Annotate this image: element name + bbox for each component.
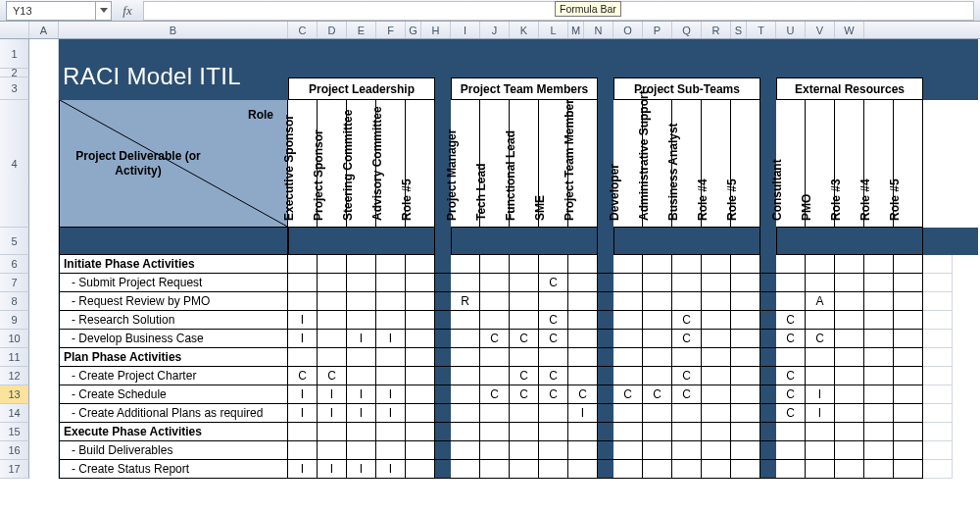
- col-header-S[interactable]: S: [731, 22, 747, 38]
- raci-cell[interactable]: [318, 255, 347, 274]
- raci-cell[interactable]: [376, 441, 406, 460]
- raci-cell[interactable]: [406, 404, 435, 423]
- raci-cell[interactable]: [451, 441, 480, 460]
- raci-cell[interactable]: C: [776, 367, 806, 385]
- raci-cell[interactable]: [480, 441, 510, 460]
- raci-cell[interactable]: [894, 348, 923, 367]
- raci-cell[interactable]: [376, 274, 406, 292]
- raci-cell[interactable]: [643, 348, 672, 367]
- raci-cell[interactable]: [835, 460, 864, 479]
- raci-cell[interactable]: [776, 348, 806, 367]
- raci-cell[interactable]: [806, 367, 835, 385]
- raci-cell[interactable]: [347, 423, 376, 441]
- raci-cell[interactable]: [510, 255, 539, 274]
- col-header-F[interactable]: F: [376, 22, 406, 38]
- row-header[interactable]: 16: [0, 441, 29, 460]
- raci-cell[interactable]: [451, 385, 480, 404]
- raci-cell[interactable]: [672, 441, 702, 460]
- raci-cell[interactable]: [510, 311, 539, 330]
- role-header-cell[interactable]: Role #5: [731, 100, 760, 228]
- raci-cell[interactable]: [806, 348, 835, 367]
- raci-cell[interactable]: [806, 274, 835, 292]
- raci-cell[interactable]: [731, 274, 760, 292]
- raci-cell[interactable]: [835, 292, 864, 311]
- raci-cell[interactable]: [613, 441, 643, 460]
- raci-cell[interactable]: I: [347, 385, 376, 404]
- raci-cell[interactable]: I: [376, 385, 406, 404]
- raci-cell[interactable]: [894, 255, 923, 274]
- raci-cell[interactable]: [702, 311, 731, 330]
- raci-cell[interactable]: [568, 255, 598, 274]
- role-header-cell[interactable]: Role #5: [894, 100, 923, 228]
- row-header[interactable]: 6: [0, 255, 29, 274]
- empty-cell[interactable]: [923, 311, 953, 330]
- raci-cell[interactable]: [702, 367, 731, 385]
- raci-cell[interactable]: R: [451, 292, 480, 311]
- raci-cell[interactable]: [539, 348, 568, 367]
- raci-cell[interactable]: [643, 311, 672, 330]
- raci-cell[interactable]: [702, 423, 731, 441]
- raci-cell[interactable]: [835, 311, 864, 330]
- raci-cell[interactable]: [672, 292, 702, 311]
- raci-cell[interactable]: C: [539, 311, 568, 330]
- row-header-selected[interactable]: 13: [0, 385, 29, 404]
- col-header-B[interactable]: B: [59, 22, 288, 38]
- activity-cell[interactable]: - Submit Project Request: [59, 274, 288, 292]
- raci-cell[interactable]: [318, 330, 347, 348]
- raci-cell[interactable]: [288, 423, 318, 441]
- raci-cell[interactable]: [894, 385, 923, 404]
- raci-cell[interactable]: [451, 460, 480, 479]
- raci-cell[interactable]: [480, 274, 510, 292]
- raci-cell[interactable]: C: [510, 367, 539, 385]
- raci-cell[interactable]: [480, 292, 510, 311]
- raci-cell[interactable]: [613, 292, 643, 311]
- raci-cell[interactable]: [864, 385, 894, 404]
- raci-cell[interactable]: [376, 311, 406, 330]
- raci-cell[interactable]: [451, 423, 480, 441]
- raci-cell[interactable]: [406, 423, 435, 441]
- raci-cell[interactable]: [510, 274, 539, 292]
- raci-cell[interactable]: [702, 404, 731, 423]
- raci-cell[interactable]: I: [288, 330, 318, 348]
- raci-cell[interactable]: [406, 292, 435, 311]
- row-header[interactable]: 17: [0, 460, 29, 479]
- col-header-A[interactable]: A: [29, 22, 59, 38]
- raci-cell[interactable]: [376, 423, 406, 441]
- raci-cell[interactable]: C: [539, 367, 568, 385]
- col-header-G[interactable]: G: [406, 22, 421, 38]
- row-header[interactable]: 4: [0, 100, 29, 228]
- row-header[interactable]: 9: [0, 311, 29, 330]
- raci-cell[interactable]: [864, 274, 894, 292]
- raci-cell[interactable]: [347, 311, 376, 330]
- raci-cell[interactable]: [347, 274, 376, 292]
- activity-cell[interactable]: - Build Deliverables: [59, 441, 288, 460]
- raci-cell[interactable]: [568, 367, 598, 385]
- raci-cell[interactable]: [406, 348, 435, 367]
- raci-cell[interactable]: [894, 292, 923, 311]
- empty-cell[interactable]: [923, 423, 953, 441]
- raci-cell[interactable]: C: [480, 385, 510, 404]
- row-header[interactable]: 3: [0, 77, 29, 100]
- raci-cell[interactable]: [776, 255, 806, 274]
- raci-cell[interactable]: [288, 292, 318, 311]
- raci-cell[interactable]: C: [643, 385, 672, 404]
- name-box-dropdown[interactable]: [95, 2, 111, 20]
- raci-cell[interactable]: [613, 404, 643, 423]
- col-header-W[interactable]: W: [835, 22, 864, 38]
- activity-cell[interactable]: - Request Review by PMO: [59, 292, 288, 311]
- col-header-T[interactable]: T: [747, 22, 776, 38]
- raci-cell[interactable]: [643, 255, 672, 274]
- raci-cell[interactable]: I: [806, 385, 835, 404]
- raci-cell[interactable]: [702, 385, 731, 404]
- activity-cell[interactable]: - Create Project Charter: [59, 367, 288, 385]
- raci-cell[interactable]: [643, 441, 672, 460]
- raci-cell[interactable]: [894, 441, 923, 460]
- raci-cell[interactable]: [702, 274, 731, 292]
- raci-cell[interactable]: [835, 441, 864, 460]
- raci-cell[interactable]: [702, 330, 731, 348]
- raci-cell[interactable]: [510, 460, 539, 479]
- empty-cell[interactable]: [923, 460, 953, 479]
- raci-cell[interactable]: I: [318, 404, 347, 423]
- raci-cell[interactable]: I: [288, 385, 318, 404]
- col-header-V[interactable]: V: [806, 22, 835, 38]
